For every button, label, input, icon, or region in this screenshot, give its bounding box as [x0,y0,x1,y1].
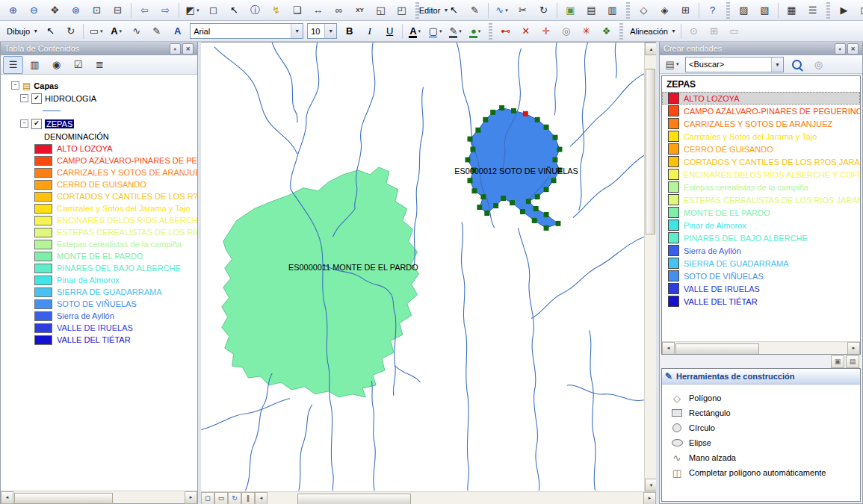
template-item[interactable]: Sierra de Ayllón [662,244,860,257]
fixed-zoom-out-button[interactable]: ⊟ [108,1,128,19]
full-extent-button[interactable]: ⊚ [66,1,86,19]
font-size-combo[interactable]: 10 ▼ [307,23,337,39]
align-grid-button[interactable]: ⊞ [704,22,724,40]
template-search-combo[interactable]: <Buscar> ▼ [685,57,784,72]
legend-item[interactable]: Carrizales y Sotos del Jarama y Tajo [1,202,197,214]
vertex-marker[interactable] [544,225,549,231]
text-tool[interactable]: A ▾ [106,22,126,40]
underline-button[interactable]: U [380,22,400,40]
legend-item[interactable]: ESTEPAS CEREALISTAS DE LOS RÍOS [1,226,197,238]
construction-tool[interactable]: Mano alzada [662,450,860,465]
template-item[interactable]: ESTEPAS CEREALISTAS DE LOS RÍOS JARAMA Y… [662,193,860,206]
vertex-marker[interactable] [510,200,515,205]
vertex-marker[interactable] [484,211,489,216]
toc-horizontal-scrollbar[interactable]: ◂ ▸ [1,491,197,503]
template-item[interactable]: CERRO DE GUISANDO [662,143,860,155]
spatial-adjustment-crosshair-button[interactable]: ✛ [536,22,556,40]
scroll-right-icon[interactable]: ▸ [185,491,197,504]
vertex-marker[interactable] [511,108,516,113]
select-graphics-tool[interactable]: ↖ [40,22,61,40]
tracking-play-button[interactable]: ▶ [834,1,854,19]
legend-item[interactable]: VALLE DEL TIÉTAR [1,334,197,346]
expander-icon[interactable]: − [20,119,28,128]
vertex-marker[interactable] [553,135,558,140]
template-item[interactable]: ALTO LOZOYA [662,92,860,105]
legend-item[interactable]: SOTO DE VIÑUELAS [1,298,197,310]
align-center-button[interactable]: ⊙ [684,22,704,40]
legend-item[interactable]: ENCINARES DELOS RÍOS ALBERCHE Y [1,214,197,226]
vertex-marker[interactable] [520,209,525,214]
template-item[interactable]: CARRIZALES Y SOTOS DE ARANJUEZ [662,117,860,130]
map-view[interactable]: ES0000011 MONTE DE EL PARDOES0000012 SOT… [201,43,644,491]
vertex-marker[interactable] [480,194,486,199]
dibujo-menu[interactable]: Dibujo ▼ [3,22,40,40]
image-analysis-button[interactable]: ▨ [734,1,754,19]
search-combo-dropdown[interactable]: ▼ [771,57,783,72]
spatial-adjustment-burst-button[interactable]: ✳ [576,22,596,40]
zoom-out-tool[interactable]: ⊖ [24,1,44,19]
select-elements-button[interactable]: ↖ [224,1,244,19]
vertex-marker[interactable] [493,203,498,208]
snapping-vertex-button[interactable]: ◈ [655,1,675,19]
vertex-marker[interactable] [532,218,537,223]
vertex-marker[interactable] [526,199,531,204]
data-view-button[interactable]: ◻ [201,492,214,504]
template-item[interactable]: CAMPO AZÁLVARO-PINARES DE PEGUERINOS [662,105,860,117]
template-item[interactable]: Estepas cerealistas de la campiña [662,181,860,193]
edit-annotation-tool[interactable]: ✎ [465,1,485,19]
vertex-marker[interactable] [544,187,549,192]
shape-tool[interactable]: ▭ ▾ [86,22,106,40]
template-item[interactable]: MONTE DE EL PARDO [662,206,860,219]
vertex-marker[interactable] [533,206,539,211]
scroll-left-icon[interactable]: ◂ [255,492,267,504]
vertex-marker[interactable] [467,178,472,183]
list-by-drawing-order-button[interactable]: ☰ [3,56,23,74]
forward-extent-button[interactable]: ⇨ [155,1,176,19]
legend-item[interactable]: Sierra de Ayllón [1,310,197,322]
legend-item[interactable]: Estepas cerealistas de la campiña [1,238,197,250]
attributes-button[interactable]: ▤ [581,1,601,19]
select-features-button[interactable]: ◩ ▾ [182,1,202,19]
edit-vertices-tool[interactable]: ✎ [146,22,167,40]
legend-item[interactable]: CORTADOS Y CANTILES DE LOS R?OS [1,190,197,202]
pause-drawing-button[interactable]: ∥ [241,492,255,504]
vertex-marker[interactable] [465,157,471,162]
table-button[interactable]: ▦ [782,1,802,19]
list-by-source-button[interactable]: ▥ [25,56,45,74]
search-templates-button[interactable] [787,55,807,73]
measure-button[interactable]: ↔ [308,1,328,19]
clear-selection-button[interactable]: ◻ [203,1,223,19]
vertex-marker[interactable] [501,196,506,201]
close-icon[interactable]: ✕ [847,43,859,55]
create-features-button[interactable]: ▣ [560,1,581,19]
template-item[interactable]: VALLE DEL TIÉTAR [662,295,860,308]
font-color-button[interactable]: A ▾ [405,22,425,40]
editor-menu[interactable]: Editor ▼ [423,1,443,19]
alineacion-menu[interactable]: Alineación ▼ [626,22,678,40]
viewer-window-button[interactable]: ◰ [392,1,412,19]
refresh-view-button[interactable]: ↻ [228,492,241,504]
vertex-marker[interactable] [535,194,540,199]
table-options-button[interactable]: ☰ [802,1,823,19]
legend-item[interactable]: PINARES DEL BAJO ALBERCHE [1,262,197,274]
scroll-right-icon[interactable]: ▸ [643,492,656,504]
template-item[interactable]: SIERRA DE GUADARRAMA [662,257,860,270]
vertex-marker[interactable] [544,212,549,217]
spatial-adjustment-circle-button[interactable]: ◎ [556,22,576,40]
template-item[interactable]: ENCINARES DELOS RÍOS ALBERCHE Y COFÍO [662,168,860,181]
layer-checkbox[interactable]: ✔ [31,93,42,104]
scroll-right-icon[interactable]: ▸ [847,342,860,355]
toc-layer-zepas[interactable]: − ✔ ZEPAS [1,117,197,130]
list-by-visibility-button[interactable]: ◉ [46,56,66,74]
legend-item[interactable]: MONTE DE EL PARDO [1,250,197,262]
template-item[interactable]: Carrizales y Sotos del Jarama y Tajo [662,130,860,143]
toc-options-button[interactable]: ≣ [90,56,110,74]
template-item[interactable]: Pinar de Almorox [662,219,860,231]
construction-tool[interactable]: Completar polígono automáticamente [662,465,860,480]
identify-button[interactable]: ⓘ [245,1,265,19]
construction-tool[interactable]: Círculo [662,420,860,435]
template-item[interactable]: CORTADOS Y CANTILES DE LOS R?OS JARAMA Y… [662,155,860,168]
map-vertical-scrollbar[interactable]: ▴ ▾ [644,43,656,491]
organize-templates-button[interactable]: ▤ ▾ [662,55,682,73]
layout-view-button[interactable]: ▭ [214,492,228,504]
